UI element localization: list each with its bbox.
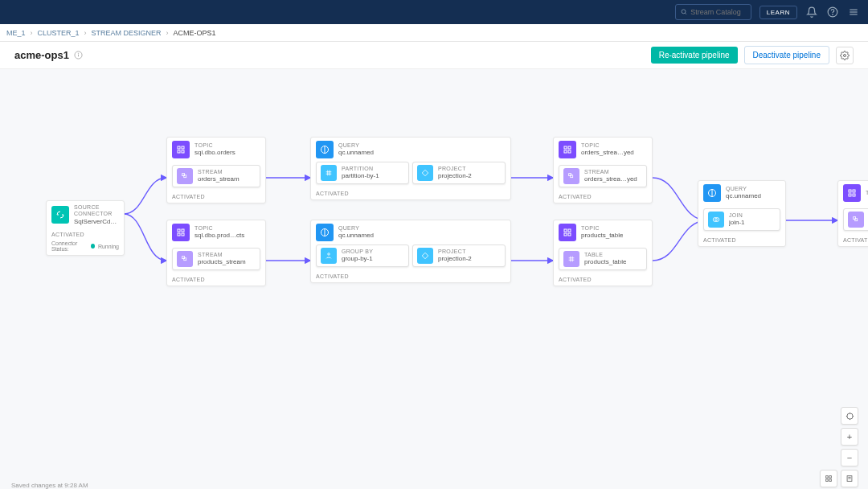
topic-icon bbox=[559, 224, 576, 241]
svg-point-3 bbox=[833, 14, 833, 15]
svg-rect-12 bbox=[182, 146, 184, 149]
svg-rect-38 bbox=[564, 233, 567, 236]
svg-rect-48 bbox=[853, 190, 855, 192]
svg-point-53 bbox=[846, 413, 852, 418]
top-nav: LEARN bbox=[0, 0, 868, 24]
pill-table-products[interactable]: TABLE products_table bbox=[559, 248, 647, 270]
svg-rect-39 bbox=[568, 233, 571, 236]
node-query-join[interactable]: QUERY qc.unnamed JOIN join-1 ACTIVATED bbox=[698, 180, 786, 247]
pill-project-2[interactable]: PROJECT projection-2 bbox=[412, 244, 506, 267]
zoom-in-button[interactable]: + bbox=[841, 428, 858, 446]
connector-status-row: Connector Status: Running bbox=[47, 240, 124, 255]
pipeline-canvas[interactable]: SOURCE CONNECTOR SqlServerCdc...r_0 ACTI… bbox=[0, 69, 868, 489]
query-icon bbox=[316, 141, 334, 158]
svg-rect-19 bbox=[178, 233, 180, 236]
groupby-icon bbox=[321, 248, 337, 264]
source-connector-icon bbox=[51, 206, 69, 224]
query-icon bbox=[316, 224, 334, 241]
svg-rect-14 bbox=[182, 150, 184, 153]
svg-rect-33 bbox=[568, 150, 571, 153]
notifications-icon[interactable] bbox=[805, 6, 818, 18]
save-status: Saved changes at 9:28 AM bbox=[11, 482, 88, 489]
svg-rect-37 bbox=[568, 229, 571, 232]
join-icon bbox=[708, 212, 724, 228]
topic-icon bbox=[172, 224, 190, 241]
project-icon bbox=[417, 248, 433, 264]
pill-stream-orders[interactable]: STREAM orders_stream bbox=[172, 165, 260, 187]
search-input[interactable] bbox=[690, 8, 746, 16]
pill-project-1[interactable]: PROJECT projection-2 bbox=[412, 162, 506, 184]
svg-point-0 bbox=[682, 10, 686, 14]
svg-rect-13 bbox=[178, 150, 180, 153]
view-controls bbox=[820, 470, 858, 487]
svg-rect-20 bbox=[182, 233, 184, 236]
svg-rect-30 bbox=[564, 146, 567, 149]
stream-icon bbox=[177, 251, 193, 267]
pill-partition[interactable]: PARTITION partition-by-1 bbox=[316, 162, 409, 184]
svg-rect-54 bbox=[826, 476, 829, 479]
help-icon[interactable] bbox=[826, 6, 839, 18]
topic-icon bbox=[172, 141, 190, 158]
crumb-1[interactable]: CLUSTER_1 bbox=[38, 29, 80, 37]
search-icon bbox=[681, 8, 687, 16]
deactivate-button[interactable]: Deactivate pipeline bbox=[744, 46, 830, 64]
svg-rect-50 bbox=[853, 194, 855, 196]
crumb-0[interactable]: ME_1 bbox=[6, 29, 26, 37]
node-query-partition[interactable]: QUERY qc.unnamed PARTITION partition-by-… bbox=[310, 137, 511, 200]
settings-button[interactable] bbox=[836, 47, 854, 64]
pill-stream-orders-keyed[interactable]: STREAM orders_strea…yed bbox=[559, 165, 647, 187]
node-query-groupby[interactable]: QUERY qc.unnamed GROUP BY group-by-1 PR bbox=[310, 220, 511, 283]
stream-icon bbox=[848, 212, 864, 228]
menu-icon[interactable] bbox=[847, 6, 860, 18]
svg-line-1 bbox=[685, 13, 686, 14]
header-actions: Re-activate pipeline Deactivate pipeline bbox=[651, 46, 854, 64]
pill-partial[interactable] bbox=[843, 208, 868, 231]
grid-view-button[interactable] bbox=[820, 470, 837, 487]
partition-icon bbox=[321, 165, 337, 181]
info-icon[interactable] bbox=[74, 51, 83, 60]
learn-button[interactable]: LEARN bbox=[760, 6, 797, 19]
svg-rect-11 bbox=[178, 146, 180, 149]
node-topic-products[interactable]: TOPIC sql.dbo.prod…cts STREAM products_s… bbox=[166, 220, 266, 286]
crumb-2[interactable]: STREAM DESIGNER bbox=[92, 29, 162, 37]
reactivate-button[interactable]: Re-activate pipeline bbox=[651, 47, 738, 64]
svg-rect-55 bbox=[829, 476, 832, 479]
crumb-3: ACME-OPS1 bbox=[174, 29, 216, 37]
node-topic-orders[interactable]: TOPIC sqi.dbo.orders STREAM orders_strea… bbox=[166, 137, 266, 203]
pill-stream-products[interactable]: STREAM products_stream bbox=[172, 248, 260, 270]
svg-rect-31 bbox=[568, 146, 571, 149]
svg-point-29 bbox=[328, 253, 330, 256]
svg-rect-49 bbox=[849, 194, 851, 196]
svg-rect-32 bbox=[564, 150, 567, 153]
node-topic-products-table[interactable]: TOPIC products_table TABLE products_tabl… bbox=[553, 220, 653, 286]
query-icon bbox=[703, 184, 721, 202]
stream-icon bbox=[563, 168, 579, 184]
page-header: acme-ops1 Re-activate pipeline Deactivat… bbox=[0, 42, 868, 69]
topic-icon bbox=[559, 141, 576, 158]
stream-icon bbox=[177, 168, 193, 184]
locate-button[interactable] bbox=[841, 407, 858, 425]
pill-groupby[interactable]: GROUP BY group-by-1 bbox=[316, 244, 409, 267]
pill-join[interactable]: JOIN join-1 bbox=[703, 208, 780, 231]
svg-rect-18 bbox=[182, 229, 184, 232]
status-dot-icon bbox=[91, 244, 95, 249]
page-title: acme-ops1 bbox=[14, 49, 83, 61]
svg-rect-36 bbox=[564, 229, 567, 232]
gear-icon bbox=[840, 51, 850, 60]
node-partial-topic[interactable]: T ACTIVATE bbox=[837, 180, 868, 247]
node-source-connector[interactable]: SOURCE CONNECTOR SqlServerCdc...r_0 ACTI… bbox=[46, 200, 125, 256]
svg-point-10 bbox=[844, 54, 846, 56]
svg-rect-57 bbox=[829, 479, 832, 482]
node-topic-orders-keyed[interactable]: TOPIC orders_strea…yed STREAM orders_str… bbox=[553, 137, 653, 203]
svg-rect-56 bbox=[826, 479, 829, 482]
zoom-controls: + − bbox=[841, 407, 858, 466]
svg-rect-47 bbox=[849, 190, 851, 192]
table-icon bbox=[563, 251, 579, 267]
list-view-button[interactable] bbox=[841, 470, 858, 487]
project-icon bbox=[417, 165, 433, 181]
svg-rect-17 bbox=[178, 229, 180, 232]
topic-icon bbox=[843, 184, 861, 202]
search-box[interactable] bbox=[675, 4, 751, 20]
breadcrumb: ME_1› CLUSTER_1› STREAM DESIGNER› ACME-O… bbox=[0, 24, 868, 42]
zoom-out-button[interactable]: − bbox=[841, 449, 858, 466]
